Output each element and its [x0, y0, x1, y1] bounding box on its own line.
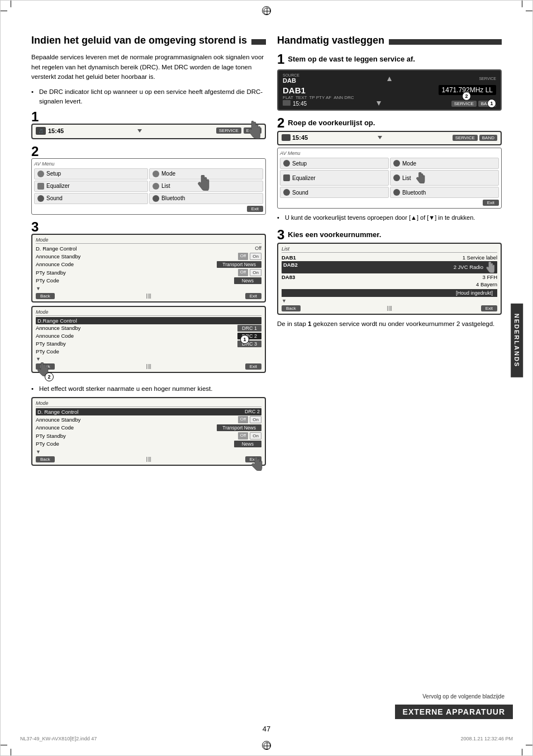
- device-icon: 🎵: [36, 127, 46, 135]
- right-bluetooth-label: Bluetooth: [402, 190, 426, 196]
- right-setup-item[interactable]: Setup: [280, 158, 389, 169]
- mode-row-announce-code: Announce Code Transport News: [36, 261, 261, 268]
- right-list-icon: [393, 174, 400, 181]
- right-bluetooth-item[interactable]: Bluetooth: [390, 187, 499, 198]
- right-sound-item[interactable]: Sound: [280, 187, 389, 198]
- exit-btn-right[interactable]: Exit: [483, 200, 499, 206]
- right-mode-item[interactable]: Mode: [390, 158, 499, 169]
- svg-text:🎵: 🎵: [39, 129, 44, 134]
- mode-row-ann-code3: Announce Code Transport News: [36, 424, 261, 432]
- list-dab2: DAB2: [283, 262, 306, 273]
- right-eq-item[interactable]: Equalizer: [280, 170, 389, 186]
- off-on-pty: Off On: [238, 269, 261, 276]
- hand-cursor-list: [416, 172, 426, 183]
- right-service-btn: SERVICE: [453, 135, 478, 141]
- footer-date-info: 2008.1.21 12:32:46 PM: [460, 736, 513, 741]
- right-setup-icon: [283, 160, 290, 167]
- right-step2-screen: 15:45 SERVICE BAND: [277, 131, 502, 145]
- sound-icon: [37, 195, 44, 202]
- back-btn3[interactable]: Back: [36, 456, 55, 462]
- dab-time-block: 15:45: [283, 100, 307, 107]
- list-dots: ||||: [387, 305, 392, 311]
- right-step2-title: Roep de voorkeurlijst op.: [288, 119, 375, 127]
- transport-news-value: Transport News: [217, 261, 261, 268]
- pty2-label: PTy Code: [36, 348, 92, 355]
- ann-code3-label: Announce Code: [36, 424, 92, 431]
- dots-icon: ||||: [146, 293, 151, 299]
- mode-row-pty-code: PTy Code News: [36, 277, 261, 285]
- on-btn3: On: [250, 416, 261, 423]
- mode-row-drc3: D. Range Control DRC 2: [36, 408, 261, 415]
- off-btn: Off: [238, 253, 249, 260]
- exit-btn-left-step2[interactable]: Exit: [247, 206, 263, 212]
- drc3-label: PTy Standby: [36, 341, 92, 347]
- left-bullet: De DRC indicator licht op wanneer u op e…: [31, 87, 266, 107]
- svg-marker-9: [387, 77, 392, 81]
- drc-label: D. Range Control: [36, 245, 92, 252]
- right-section-title: Handmatig vastleggen: [277, 34, 384, 47]
- left-step3: 3 Mode D. Range Control Off Announce Sta…: [31, 220, 266, 466]
- av-menu-item-equalizer[interactable]: Equalizer: [34, 181, 148, 192]
- left-body-text: Bepaalde services leveren met de normale…: [31, 53, 266, 82]
- news3-value: News: [234, 441, 261, 447]
- right-step1-title: Stem op de vast te leggen service af.: [288, 55, 415, 63]
- pty-on-btn: On: [250, 269, 261, 276]
- list-service-label: 1 Service label: [463, 254, 497, 261]
- right-av-menu: AV Menu Setup Mode: [277, 148, 502, 209]
- svg-marker-11: [377, 101, 381, 106]
- right-eq-icon: [283, 174, 290, 181]
- av-menu-item-bluetooth[interactable]: Bluetooth: [149, 193, 263, 204]
- list-bayern: 4 Bayern: [476, 281, 497, 287]
- equalizer-label: Equalizer: [46, 183, 70, 189]
- externe-bar: EXTERNE APPARATUUR: [395, 705, 513, 719]
- av-menu-item-sound[interactable]: Sound: [34, 193, 148, 204]
- left-section-title-block: Indien het geluid van de omgeving storen…: [31, 34, 266, 47]
- back-btn1[interactable]: Back: [36, 293, 55, 299]
- right-step1: 1 Stem op de vast te leggen service af. …: [277, 53, 502, 111]
- right-exit-bar: Exit: [280, 200, 499, 206]
- service-btn: SERVICE: [216, 127, 241, 134]
- scroll-down3: ▼: [36, 449, 261, 455]
- right-dab-screen: SOURCE DAB SERVICE DAB1 1471.792MHz LL: [277, 69, 502, 111]
- dab-source-value: DAB: [283, 77, 299, 84]
- mode-row-drc2-option: Announce Code DRC 2: [36, 332, 261, 340]
- right-step3-number: 3: [277, 228, 284, 242]
- equalizer-icon: [37, 183, 44, 190]
- service-text: SERVICE: [479, 77, 496, 81]
- right-list-item[interactable]: List: [390, 170, 499, 186]
- exit-btn-mode1[interactable]: Exit: [245, 293, 261, 299]
- off-on-pty3: Off On: [238, 432, 261, 440]
- av-menu-item-setup[interactable]: Setup: [34, 168, 148, 179]
- dab-service-btn: SERVICE: [451, 101, 477, 107]
- mode-screen3-title: Mode: [36, 400, 261, 407]
- left-step2-number: 2: [31, 145, 266, 158]
- left-mode-screen2: Mode D.Range Control Announce Standby DR…: [31, 306, 266, 373]
- bluetooth-icon: [153, 195, 159, 202]
- mode-bottom-bar1: Back |||| Exit: [36, 293, 261, 299]
- list-da83: DA83: [282, 274, 304, 280]
- drc1-value: DRC 1: [237, 325, 261, 332]
- dab-source-block: SOURCE DAB: [283, 73, 299, 84]
- left-step1-screen-wrap: 🎵 15:45 SERVICE BAND: [31, 124, 266, 139]
- tag-flat: FLAT: [283, 95, 293, 100]
- svg-marker-8: [137, 129, 142, 133]
- arrow-down-icon: [137, 128, 142, 134]
- right-step3: 3 Kies een voorkeurnummer. List DAB1 1 S…: [277, 228, 502, 329]
- list-exit-btn[interactable]: Exit: [481, 305, 497, 311]
- pty-on3: On: [250, 432, 261, 440]
- right-step2-menu-wrap: AV Menu Setup Mode: [277, 148, 502, 209]
- right-screen-header: 15:45 SERVICE BAND: [282, 134, 497, 141]
- exit-btn-mode2[interactable]: Exit: [245, 363, 261, 370]
- list-back-btn[interactable]: Back: [282, 305, 301, 311]
- hold-ingedrukt: [Houd ingedrukt]: [282, 289, 497, 297]
- pty-code-label: PTy Code: [36, 277, 92, 284]
- list-bottom-bar: Back |||| Exit: [282, 305, 497, 311]
- right-av-menu-title: AV Menu: [280, 150, 499, 156]
- right-step2-number: 2: [277, 116, 284, 130]
- tag-text: TEXT: [296, 95, 307, 100]
- dots3: ||||: [146, 456, 151, 462]
- hand-cursor-2: [197, 175, 210, 192]
- registration-mark-top: [262, 6, 271, 15]
- source-label: SOURCE: [283, 73, 299, 77]
- mode-row-ann-st3: Announce Standby Off On: [36, 415, 261, 424]
